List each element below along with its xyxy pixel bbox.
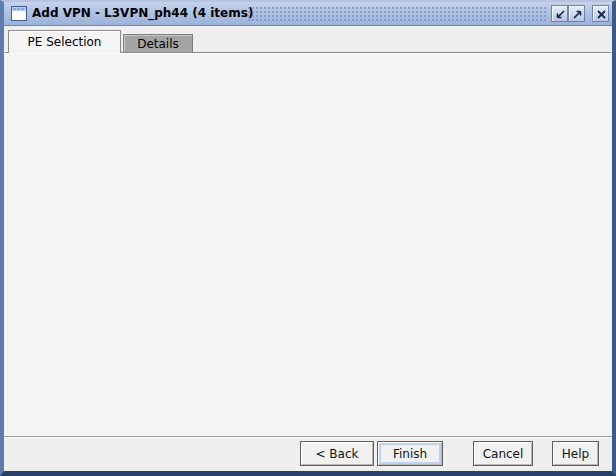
title-bar[interactable]: Add VPN - L3VPN_ph44 (4 items) [4, 2, 612, 26]
footer-separator [4, 436, 612, 438]
window-close-button[interactable] [592, 5, 609, 22]
window-maximize-button[interactable] [568, 5, 585, 22]
help-button[interactable]: Help [552, 441, 599, 466]
tab-content-area [5, 52, 611, 436]
titlebar-texture [247, 6, 547, 22]
tab-details[interactable]: Details [123, 34, 193, 53]
tab-pe-selection[interactable]: PE Selection [8, 30, 121, 53]
window-frame: Add VPN - L3VPN_ph44 (4 items) PE Select… [0, 0, 616, 476]
window-minimize-button[interactable] [551, 5, 568, 22]
window-title: Add VPN - L3VPN_ph44 (4 items) [32, 6, 253, 20]
finish-button[interactable]: Finish [377, 441, 443, 466]
back-button[interactable]: < Back [300, 441, 374, 466]
cancel-button[interactable]: Cancel [473, 441, 533, 466]
window-icon [11, 6, 27, 21]
add-vpn-dialog: Add VPN - L3VPN_ph44 (4 items) PE Select… [0, 0, 616, 476]
